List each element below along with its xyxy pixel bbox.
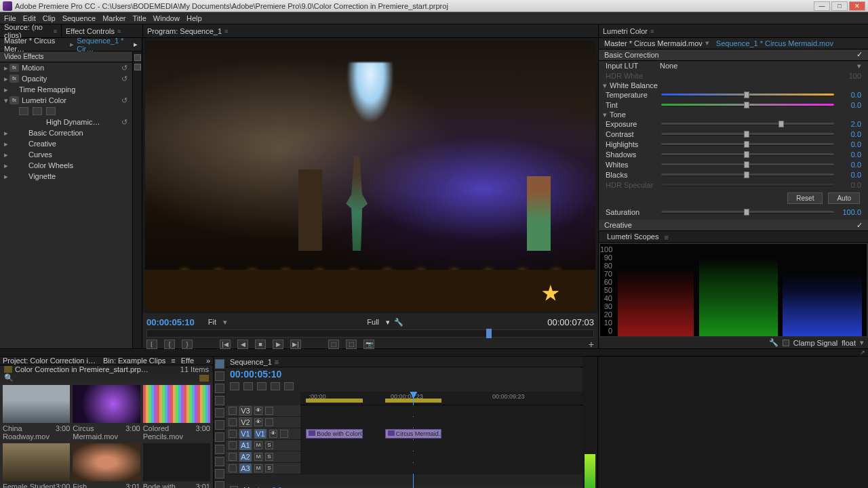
menu-title[interactable]: Title: [132, 14, 146, 22]
whites-value[interactable]: 0.0: [838, 161, 861, 169]
timeline-timecode[interactable]: 00:00:05:10: [230, 369, 281, 380]
creative-header[interactable]: Creative: [604, 221, 632, 229]
panel-menu-icon[interactable]: ≡: [224, 28, 228, 35]
lumetri-section[interactable]: Creative: [9, 140, 56, 148]
track-lane[interactable]: [300, 405, 583, 416]
section-toggle-check[interactable]: ✓: [856, 50, 863, 59]
fx-badge[interactable]: fx: [9, 96, 19, 104]
menu-window[interactable]: Window: [153, 14, 180, 22]
track-lane[interactable]: Bode with ColorC Circus Mermaid.m: [300, 428, 583, 439]
lock-icon[interactable]: [229, 407, 237, 415]
shadows-value[interactable]: 0.0: [838, 150, 861, 159]
settings-icon[interactable]: 🔧: [394, 318, 403, 327]
program-scrubber[interactable]: [146, 329, 594, 338]
blacks-slider[interactable]: [661, 174, 834, 176]
twisty-icon[interactable]: ▸: [3, 129, 9, 138]
rate-stretch-tool[interactable]: [215, 408, 224, 418]
slider-thumb[interactable]: [744, 131, 749, 138]
effect-lumetri-color[interactable]: Lumetri Color: [22, 96, 66, 104]
minimize-button[interactable]: —: [814, 1, 830, 11]
track-target[interactable]: V2: [239, 418, 252, 427]
track-target[interactable]: V1: [239, 429, 252, 439]
toggle-output-icon[interactable]: 👁: [269, 430, 277, 438]
project-clip[interactable]: Female Student Hoodi…3:00: [3, 443, 70, 488]
slider-thumb[interactable]: [744, 102, 749, 108]
slider-thumb[interactable]: [744, 171, 749, 178]
twisty-icon[interactable]: ▾: [603, 81, 610, 90]
slider-thumb[interactable]: [744, 141, 749, 148]
exposure-slider[interactable]: [661, 123, 834, 125]
play-only-icon[interactable]: ▶◀: [288, 486, 298, 489]
track-lane[interactable]: [300, 440, 583, 451]
slider-thumb[interactable]: [744, 151, 749, 158]
project-clip[interactable]: Bode with ColorCheck…3:01: [143, 443, 210, 488]
timeline-ruler[interactable]: :00:0000:00:04:2300:00:09:23: [300, 392, 583, 405]
source-panel-tab[interactable]: Source: (no clips) ≡: [0, 24, 61, 37]
play-button[interactable]: ▶: [273, 340, 283, 349]
project-clip[interactable]: Colored Pencils.mov3:00: [143, 385, 210, 441]
lumetri-color-tab[interactable]: Lumetri Color ≡: [598, 24, 868, 37]
solo-button[interactable]: S: [265, 464, 273, 472]
effect-opacity[interactable]: Opacity: [22, 75, 47, 83]
slider-thumb[interactable]: [744, 92, 749, 98]
solo-button[interactable]: S: [265, 453, 273, 461]
high-dynamic-range[interactable]: High Dynamic…: [46, 118, 100, 126]
wrench-icon[interactable]: [284, 382, 294, 390]
slider-thumb[interactable]: [778, 121, 784, 127]
rolling-edit-tool[interactable]: [215, 396, 224, 405]
stop-button[interactable]: ■: [255, 340, 266, 349]
contrast-value[interactable]: 0.0: [838, 130, 861, 138]
lumetri-section[interactable]: Color Wheels: [9, 161, 73, 169]
resolution-select[interactable]: Full▾: [367, 318, 390, 327]
highlights-value[interactable]: 0.0: [838, 140, 861, 148]
fx-badge[interactable]: fx: [9, 64, 19, 72]
twisty-icon[interactable]: ▸: [3, 172, 9, 181]
slide-tool[interactable]: [215, 445, 224, 454]
panel-menu-icon[interactable]: ≡: [171, 357, 175, 365]
play-icon[interactable]: ▸: [134, 40, 138, 49]
reset-icon[interactable]: ↺: [121, 118, 130, 126]
panel-menu-icon[interactable]: ≡: [275, 358, 279, 366]
effect-controls-tab[interactable]: Effect Controls ≡: [61, 24, 142, 37]
blacks-value[interactable]: 0.0: [838, 171, 861, 179]
menu-file[interactable]: File: [4, 14, 16, 22]
program-timecode-current[interactable]: 00:00:05:10: [146, 317, 195, 327]
exposure-value[interactable]: 2.0: [838, 120, 861, 128]
step-fwd-button[interactable]: ▶|: [290, 340, 301, 349]
effect-motion[interactable]: Motion: [22, 64, 44, 72]
zoom-tool[interactable]: [215, 481, 224, 488]
twisty-icon[interactable]: ▸: [3, 150, 9, 159]
input-lut-select[interactable]: None: [660, 62, 857, 70]
lumetri-sequence-clip[interactable]: Sequence_1 * Circus Mermaid.mov: [716, 39, 833, 47]
basic-correction-header[interactable]: Basic Correction: [604, 51, 659, 59]
saturation-slider[interactable]: [661, 211, 834, 214]
solo-button[interactable]: S: [265, 441, 273, 449]
sequence-tab[interactable]: Sequence_1: [230, 358, 272, 366]
lumetri-master-clip[interactable]: Master * Circus Mermaid.mov: [604, 39, 703, 47]
project-clip[interactable]: Fish Monger.mov3:01: [73, 443, 140, 488]
menu-marker[interactable]: Marker: [102, 14, 125, 22]
reset-button[interactable]: Reset: [787, 192, 823, 204]
track-lane[interactable]: [300, 463, 583, 474]
mute-button[interactable]: M: [254, 453, 262, 461]
lock-icon[interactable]: [229, 464, 237, 472]
timeline-thumb-icon[interactable]: [134, 64, 141, 70]
goto-in-button[interactable]: |◀: [220, 340, 231, 349]
toggle-output-icon[interactable]: 👁: [254, 418, 262, 426]
ec-sequence-clip[interactable]: Sequence_1 * Cir…: [77, 37, 134, 53]
whites-slider[interactable]: [661, 163, 834, 166]
add-button[interactable]: +: [589, 339, 594, 350]
mask-rect-icon[interactable]: [33, 107, 42, 115]
linked-selection-icon[interactable]: [243, 382, 253, 390]
timeline-clip[interactable]: Bode with ColorC: [306, 429, 362, 439]
overflow-icon[interactable]: »: [206, 357, 210, 365]
project-tab[interactable]: Project: Color Correction in Premiere_st…: [3, 357, 98, 365]
slider-thumb[interactable]: [744, 209, 749, 216]
lumetri-section[interactable]: Basic Correction: [9, 129, 83, 137]
menu-help[interactable]: Help: [186, 14, 202, 22]
wrench-icon[interactable]: 🔧: [769, 338, 778, 347]
mask-pen-icon[interactable]: [46, 107, 56, 115]
toggle-output-icon[interactable]: 👁: [254, 407, 262, 415]
auto-button[interactable]: Auto: [828, 192, 860, 204]
section-toggle-check[interactable]: ✓: [856, 221, 863, 230]
